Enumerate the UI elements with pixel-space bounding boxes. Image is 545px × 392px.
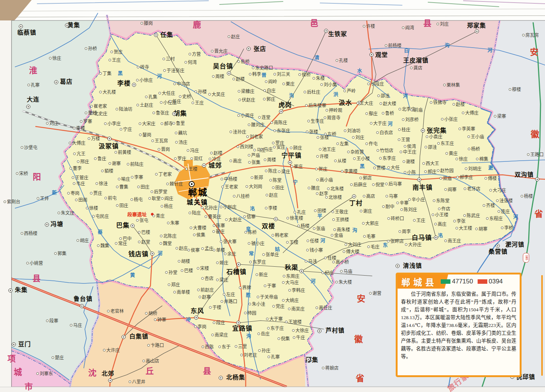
neighbor-village-label: 楚庄 bbox=[51, 356, 64, 360]
village-label: 北朱楼 bbox=[327, 187, 344, 191]
neighbor-town-label: 生铁冢 bbox=[328, 31, 347, 37]
neighbor-village-label: 钟寨 bbox=[154, 318, 166, 322]
village-label: 贺庄 bbox=[110, 50, 122, 54]
neighbor-town-label: 豆门 bbox=[18, 341, 31, 347]
village-label: 大于庄 bbox=[370, 121, 386, 126]
village-label: 马庙 bbox=[340, 269, 352, 274]
village-label: 孙庄 bbox=[258, 348, 270, 353]
village-label: 高庄 bbox=[229, 159, 242, 163]
region-label: 鹿 bbox=[193, 21, 201, 29]
village-label: 前黄楼 bbox=[114, 150, 131, 155]
village-label: 孟庄 bbox=[201, 247, 213, 251]
village-label: 北陈庄 bbox=[160, 234, 176, 238]
neighbor-town-label: 朱集 bbox=[15, 287, 28, 293]
neighbor-village-label: 王井 bbox=[36, 196, 49, 201]
village-label: 方营 bbox=[188, 52, 201, 57]
village-label: 朱寨 bbox=[167, 221, 179, 225]
neighbor-village-label: 许楼 bbox=[363, 24, 375, 29]
neighbor-town-label: 鲁台镇 bbox=[73, 296, 92, 302]
neighbor-village-label: 房瓦房 bbox=[522, 33, 539, 38]
river-label: 清 bbox=[314, 55, 319, 60]
river-label: 沟 bbox=[246, 334, 251, 338]
village-label: 李黄楼 bbox=[341, 169, 357, 174]
village-label: 任楼 bbox=[306, 239, 319, 243]
village-label: 谢寨 bbox=[108, 161, 121, 166]
village-label: 赵堂 bbox=[138, 240, 150, 244]
village-label: 罗庄 bbox=[174, 157, 186, 161]
village-label: 阎庄 bbox=[161, 196, 173, 201]
village-label: 孙堂 bbox=[165, 270, 177, 275]
village-label: 徐洼 bbox=[95, 181, 108, 186]
village-label: 孔集 bbox=[145, 95, 157, 99]
neighbor-village-label: 西杨楼 bbox=[20, 231, 37, 236]
village-label: 侯寨 bbox=[187, 248, 200, 253]
village-label: 孔楼 bbox=[335, 58, 348, 63]
village-label: 徐楼 bbox=[86, 206, 98, 211]
village-label: 左集 bbox=[336, 142, 348, 146]
village-label: 刘庄 bbox=[46, 121, 58, 126]
village-label: 大王楼 bbox=[455, 226, 472, 231]
town-symbol bbox=[131, 224, 135, 228]
village-label: 姬庄 bbox=[216, 261, 228, 265]
village-label: 王小庙 bbox=[467, 135, 484, 139]
town-label: 双楼 bbox=[262, 223, 275, 229]
neighbor-village-label: 沙堡屯 bbox=[20, 145, 37, 150]
village-label: 连堂 bbox=[258, 115, 270, 120]
village-label: 郭庄 bbox=[263, 97, 275, 102]
river-label: 河 bbox=[157, 74, 162, 78]
town-symbol bbox=[194, 316, 198, 320]
river-label: 河 bbox=[320, 238, 325, 243]
region-label: 丘 bbox=[146, 367, 154, 375]
town-label: 丁村 bbox=[349, 200, 363, 206]
village-label: 单楼 bbox=[213, 248, 225, 253]
village-label: 白庄 bbox=[263, 89, 275, 93]
region-label: 县 bbox=[32, 274, 41, 283]
region-label: 阳 bbox=[33, 173, 41, 181]
village-label: 田庄 bbox=[272, 186, 284, 190]
town-symbol bbox=[202, 164, 206, 168]
village-label: 南吴庄 bbox=[288, 307, 305, 311]
town-symbol bbox=[475, 29, 479, 33]
village-label: 腰刘庄 bbox=[248, 123, 264, 127]
river-label: 胜 bbox=[246, 292, 251, 297]
village-label: 洼张楼 bbox=[496, 199, 513, 203]
neighbor-town-label: 大连 bbox=[27, 97, 39, 103]
village-label: 罗寨 bbox=[80, 119, 92, 124]
village-label: 东王庄 bbox=[437, 141, 454, 146]
village-label: 白衣店 bbox=[376, 131, 393, 135]
village-label: 邢庄 bbox=[77, 160, 89, 164]
village-label: 大孔楼 bbox=[99, 90, 116, 94]
village-label: 棘针庄 bbox=[166, 182, 183, 186]
village-label: 鲁张庄 bbox=[152, 111, 169, 115]
village-label: 喻庄 bbox=[118, 177, 130, 181]
neighbor-village-label: 郭集 bbox=[54, 251, 66, 256]
neighbor-town-label: 双沟镇 bbox=[514, 172, 533, 178]
village-label: 孔庄 bbox=[293, 210, 306, 215]
village-label: 李楼 bbox=[265, 206, 277, 211]
neighbor-town-label: 黄集 bbox=[67, 22, 80, 28]
village-label: 邵洼 bbox=[377, 94, 389, 98]
village-label: 万楼 bbox=[87, 136, 100, 141]
neighbor-village-label: 王路口 bbox=[527, 152, 544, 157]
town-symbol bbox=[12, 343, 16, 347]
neighbor-town-label: 临蔡镇 bbox=[17, 30, 36, 36]
village-label: 侯湾 bbox=[404, 144, 416, 149]
village-label: 许楼 bbox=[316, 154, 328, 159]
region-label: 县 bbox=[203, 367, 211, 375]
town-symbol bbox=[172, 112, 176, 116]
town-symbol bbox=[352, 195, 356, 199]
village-label: 傅大楼 bbox=[342, 250, 359, 254]
village-label: 北徐楼 bbox=[325, 195, 342, 200]
county-seat-label: 郸城 bbox=[188, 188, 208, 197]
river-label: 河 bbox=[487, 48, 492, 52]
neighbor-village-label: 高山店 bbox=[142, 359, 159, 363]
village-label: 南朱楼 bbox=[333, 228, 350, 232]
village-label: 刘小集 bbox=[320, 83, 337, 87]
village-label: 双红 bbox=[190, 157, 203, 161]
village-label: 陈寨 bbox=[213, 224, 225, 228]
town-label: 汲冢镇 bbox=[99, 143, 119, 150]
village-label: 金庙 bbox=[331, 233, 343, 238]
village-label: 孙楼 bbox=[194, 90, 207, 94]
village-label: 西刘楼 bbox=[236, 145, 253, 149]
river-label: 河 bbox=[157, 251, 162, 256]
